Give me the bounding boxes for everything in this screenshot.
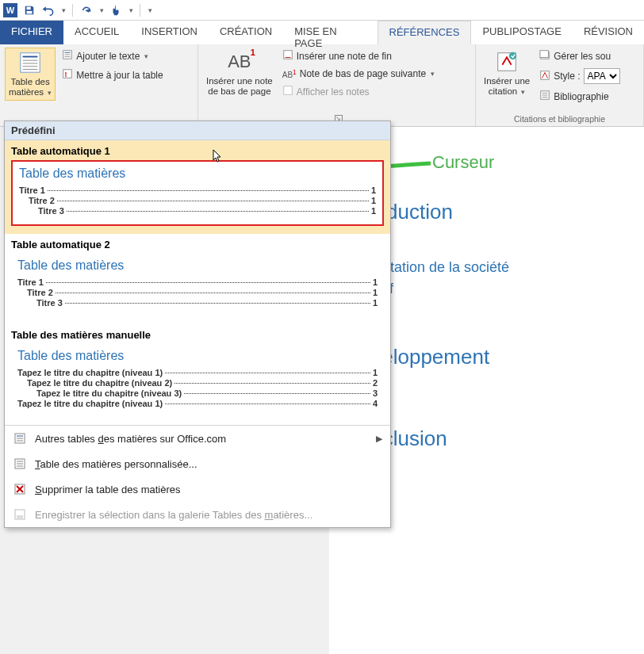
menu-remove-label: Supprimer la table des matières — [35, 484, 181, 495]
ribbon-body: Table des matières ▾ Ajouter le texte ▾ … — [0, 44, 644, 127]
preview-title: Table des matières — [17, 349, 378, 363]
show-notes-icon — [282, 85, 293, 98]
svg-rect-16 — [284, 86, 293, 95]
endnote-icon — [282, 49, 293, 63]
insert-footnote-button[interactable]: AB 1 Insérer une note de bas de page — [203, 48, 276, 98]
redo-split-caret[interactable]: ▾ — [100, 6, 104, 14]
next-footnote-label: Note de bas de page suivante — [300, 68, 426, 79]
tab-insert[interactable]: INSERTION — [130, 21, 209, 44]
insert-footnote-label: Insérer une note de bas de page — [206, 76, 273, 97]
menu-custom-label: Table des matières personnalisée... — [35, 458, 197, 470]
citation-style-select[interactable]: APA — [584, 68, 620, 84]
custom-toc-icon — [13, 457, 27, 471]
group-citations-label: Citations et bibliographie — [481, 113, 638, 124]
insert-citation-label: Insérer une citation ▾ — [484, 76, 530, 98]
cursor-annotation: Curseur — [432, 152, 494, 173]
quick-access-toolbar: W ▾ ▾ ▾ ▾ — [0, 0, 644, 21]
gallery-item-manual[interactable]: Table des matières manuelle Table des ma… — [5, 324, 390, 425]
show-notes-button: Afficher les notes — [279, 83, 438, 100]
tab-layout[interactable]: MISE EN PAGE — [283, 21, 377, 44]
group-toc: Table des matières ▾ Ajouter le texte ▾ … — [0, 44, 198, 126]
svg-rect-1 — [27, 10, 33, 13]
chevron-right-icon: ▶ — [376, 434, 382, 444]
app-icon: W — [3, 3, 17, 17]
citation-style-row[interactable]: Style : APA — [536, 67, 623, 86]
manage-sources-icon — [539, 49, 550, 63]
tab-review[interactable]: RÉVISION — [573, 21, 644, 44]
bibliography-icon — [539, 90, 550, 103]
manage-sources-label: Gérer les sou — [554, 51, 611, 62]
preview-title: Table des matières — [17, 258, 378, 273]
insert-citation-button[interactable]: Insérer une citation ▾ — [481, 48, 533, 99]
svg-rect-20 — [540, 51, 549, 58]
style-icon — [539, 70, 550, 83]
svg-point-18 — [509, 52, 516, 59]
footnote-icon: AB 1 — [227, 49, 252, 75]
menu-remove-toc[interactable]: Supprimer la table des matières — [5, 476, 390, 502]
update-table-button[interactable]: ! Mettre à jour la table — [59, 67, 166, 83]
next-footnote-button[interactable]: AB1 Note de bas de page suivante ▾ — [279, 67, 438, 81]
gallery-item-auto2-title: Table automatique 2 — [11, 239, 384, 251]
show-notes-label: Afficher les notes — [297, 86, 370, 98]
tab-file[interactable]: FICHIER — [0, 21, 63, 44]
undo-icon[interactable] — [41, 3, 56, 17]
toc-icon — [17, 50, 43, 75]
bibliography-label: Bibliographie — [554, 91, 608, 102]
update-icon: ! — [62, 68, 73, 82]
preview-title: Table des matières — [19, 166, 376, 181]
group-citations: Insérer une citation ▾ Gérer les sou Sty… — [476, 44, 644, 126]
toc-gallery-dropdown: Prédéfini Table automatique 1 Table des … — [4, 120, 391, 528]
gallery-item-auto1-title: Table automatique 1 — [11, 145, 384, 157]
gallery-item-auto2[interactable]: Table automatique 2 Table des matières T… — [5, 234, 390, 324]
gallery-header: Prédéfini — [5, 121, 390, 140]
gallery-item-auto1-preview: Table des matières Titre 11 Titre 21 Tit… — [11, 160, 384, 226]
add-text-button[interactable]: Ajouter le texte ▾ — [59, 48, 166, 64]
menu-office-tables[interactable]: Autres tables des matières sur Office.co… — [5, 426, 390, 451]
gallery-item-manual-title: Table des matières manuelle — [11, 329, 384, 341]
menu-office-label: Autres tables des matières sur Office.co… — [35, 433, 226, 445]
undo-split-caret[interactable]: ▾ — [62, 6, 66, 14]
tab-references[interactable]: RÉFÉRENCES — [378, 21, 472, 44]
toc-button[interactable]: Table des matières ▾ — [5, 48, 56, 101]
group-footnotes: AB 1 Insérer une note de bas de page Ins… — [198, 44, 476, 126]
menu-custom-toc[interactable]: Table des matières personnalisée... — [5, 451, 390, 476]
tab-create[interactable]: CRÉATION — [209, 21, 283, 44]
chevron-down-icon: ▾ — [431, 70, 435, 78]
chevron-down-icon: ▾ — [144, 52, 148, 60]
svg-rect-39 — [17, 515, 23, 518]
remove-toc-icon — [13, 482, 27, 496]
qat-customize-caret[interactable]: ▾ — [148, 6, 152, 14]
add-text-label: Ajouter le texte — [76, 51, 140, 62]
menu-save-label: Enregistrer la sélection dans la galerie… — [35, 509, 312, 521]
update-table-label: Mettre à jour la table — [76, 70, 163, 81]
insert-endnote-label: Insérer une note de fin — [297, 51, 392, 62]
tab-home[interactable]: ACCUEIL — [63, 21, 130, 44]
gallery-item-auto1[interactable]: Table automatique 1 Table des matières T… — [5, 140, 390, 234]
bibliography-button[interactable]: Bibliographie — [536, 88, 623, 105]
gallery-item-auto2-preview: Table des matières Titre 11 Titre 21 Tit… — [11, 254, 384, 316]
gallery-item-manual-preview: Table des matières Tapez le titre du cha… — [11, 344, 384, 417]
redo-icon[interactable] — [79, 3, 94, 17]
tab-mailings[interactable]: PUBLIPOSTAGE — [471, 21, 572, 44]
touch-mode-icon[interactable] — [109, 3, 123, 17]
office-icon — [13, 431, 27, 446]
touch-split-caret[interactable]: ▾ — [129, 6, 133, 14]
svg-rect-0 — [27, 6, 31, 10]
citation-icon — [494, 49, 519, 75]
manage-sources-button[interactable]: Gérer les sou — [536, 48, 623, 64]
insert-endnote-button[interactable]: Insérer une note de fin — [279, 48, 438, 64]
svg-text:!: ! — [65, 71, 67, 78]
ribbon-tabs: FICHIER ACCUEIL INSERTION CRÉATION MISE … — [0, 21, 644, 44]
toc-button-label: Table des matières ▾ — [9, 77, 52, 98]
next-footnote-icon: AB1 — [282, 68, 297, 79]
menu-save-selection: Enregistrer la sélection dans la galerie… — [5, 502, 390, 527]
style-label: Style : — [554, 71, 580, 82]
save-icon[interactable] — [22, 3, 36, 17]
add-text-icon — [62, 49, 73, 63]
save-selection-icon — [13, 507, 27, 522]
